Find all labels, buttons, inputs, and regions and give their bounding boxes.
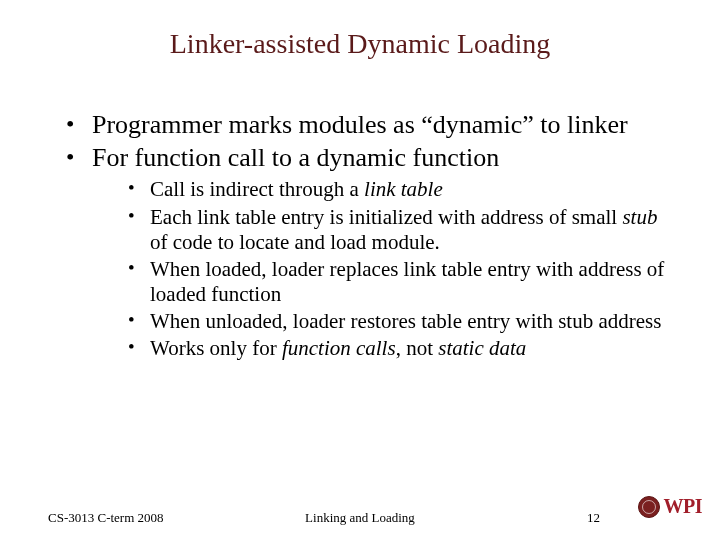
slide-content: Programmer marks modules as “dynamic” to… bbox=[60, 110, 680, 364]
sub-bullet-text: Each link table entry is initialized wit… bbox=[150, 205, 622, 229]
wpi-logo-text: WPI bbox=[664, 495, 703, 518]
sub-bullet-text: When loaded, loader replaces link table … bbox=[150, 257, 664, 306]
sub-bullet-text: , not bbox=[396, 336, 439, 360]
bullet-list-level1: Programmer marks modules as “dynamic” to… bbox=[60, 110, 680, 362]
sub-bullet-em: function calls bbox=[282, 336, 396, 360]
sub-bullet-item: Each link table entry is initialized wit… bbox=[126, 205, 680, 255]
sub-bullet-text: When unloaded, loader restores table ent… bbox=[150, 309, 661, 333]
slide-footer: CS-3013 C-term 2008 Linking and Loading … bbox=[0, 500, 720, 526]
sub-bullet-item: When unloaded, loader restores table ent… bbox=[126, 309, 680, 334]
wpi-logo: WPI bbox=[638, 495, 703, 518]
footer-topic: Linking and Loading bbox=[0, 510, 720, 526]
sub-bullet-em: link table bbox=[364, 177, 443, 201]
bullet-text: For function call to a dynamic function bbox=[92, 143, 499, 172]
sub-bullet-item: Call is indirect through a link table bbox=[126, 177, 680, 202]
sub-bullet-text: of code to locate and load module. bbox=[150, 230, 440, 254]
slide: Linker-assisted Dynamic Loading Programm… bbox=[0, 0, 720, 540]
sub-bullet-item: Works only for function calls, not stati… bbox=[126, 336, 680, 361]
bullet-item: For function call to a dynamic function … bbox=[60, 143, 680, 362]
sub-bullet-text: Call is indirect through a bbox=[150, 177, 364, 201]
bullet-item: Programmer marks modules as “dynamic” to… bbox=[60, 110, 680, 141]
sub-bullet-em: stub bbox=[622, 205, 657, 229]
sub-bullet-em: static data bbox=[438, 336, 526, 360]
footer-page-number: 12 bbox=[587, 510, 600, 526]
bullet-text: Programmer marks modules as “dynamic” to… bbox=[92, 110, 628, 139]
sub-bullet-item: When loaded, loader replaces link table … bbox=[126, 257, 680, 307]
sub-bullet-text: Works only for bbox=[150, 336, 282, 360]
slide-title: Linker-assisted Dynamic Loading bbox=[0, 28, 720, 60]
bullet-list-level2: Call is indirect through a link table Ea… bbox=[92, 177, 680, 361]
wpi-seal-icon bbox=[638, 496, 660, 518]
